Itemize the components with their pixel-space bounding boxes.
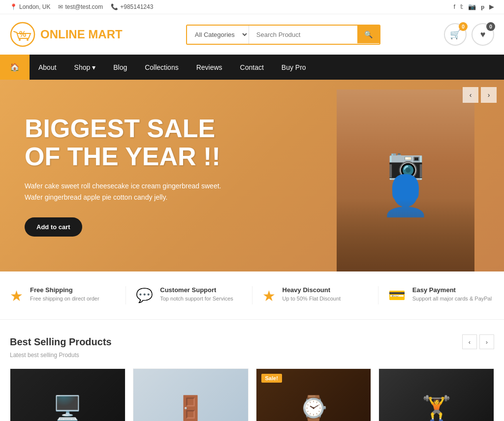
navbar: 🏠 About Shop ▾ Blog Collections Reviews …: [0, 55, 504, 80]
cart-button[interactable]: 🛒 0: [444, 23, 467, 46]
products-grid: Sale!: [10, 368, 494, 421]
products-subtitle: Latest best selling Produts: [10, 352, 494, 359]
discount-icon: ★: [262, 287, 276, 304]
svg-point-3: [27, 39, 29, 41]
feature-divider-2: [252, 286, 252, 304]
topbar: 📍 London, UK ✉ test@test.com 📞 +98514124…: [0, 0, 504, 14]
category-select[interactable]: All Categories Electronics Clothing Spor…: [187, 26, 249, 44]
wishlist-button[interactable]: ♥ 0: [472, 23, 494, 46]
wishlist-badge: 0: [486, 22, 495, 31]
nav-about[interactable]: About: [30, 56, 65, 79]
feature-easy-payment: 💳 Easy Payment Support all major cards &…: [388, 286, 494, 304]
product-card-4[interactable]: [378, 368, 494, 421]
header-icons: 🛒 0 ♥ 0: [444, 23, 494, 46]
product-card-3[interactable]: Sale!: [256, 368, 372, 421]
feature-heavy-discount: ★ Heavy Discount Up to 50% Flat Discount: [262, 286, 368, 304]
logo[interactable]: % ONLINE MART: [10, 22, 123, 47]
topbar-email: ✉ test@test.com: [58, 3, 103, 10]
support-icon: 💬: [136, 287, 153, 303]
nav-reviews[interactable]: Reviews: [188, 56, 231, 79]
feature-support-text: Customer Support Top notch support for S…: [160, 286, 233, 301]
feature-payment-text: Easy Payment Support all major cards & P…: [412, 286, 492, 301]
hero-content: BIGGEST SALE OF THE YEAR !! Wafer cake s…: [0, 95, 504, 256]
products-header: Best Selling Products ‹ ›: [10, 334, 494, 349]
product-card-2[interactable]: [133, 368, 249, 421]
topbar-social: f 𝕥 📷 𝐩 ▶: [453, 3, 494, 11]
svg-text:%: %: [19, 30, 26, 38]
products-next-button[interactable]: ›: [479, 334, 494, 349]
products-section: Best Selling Products ‹ › Latest best se…: [0, 320, 504, 421]
products-title: Best Selling Products: [10, 336, 112, 348]
header: % ONLINE MART All Categories Electronics…: [0, 14, 504, 55]
nav-collections[interactable]: Collections: [136, 56, 187, 79]
feature-customer-support: 💬 Customer Support Top notch support for…: [136, 286, 242, 304]
nav-home[interactable]: 🏠: [0, 55, 30, 80]
products-navigation: ‹ ›: [462, 334, 494, 349]
shipping-icon: ★: [10, 287, 23, 304]
product-card-1[interactable]: [10, 368, 126, 421]
nav-shop[interactable]: Shop ▾: [65, 56, 105, 79]
payment-icon: 💳: [388, 287, 406, 303]
phone-icon: 📞: [111, 3, 118, 10]
search-button[interactable]: 🔍: [357, 26, 379, 43]
search-input[interactable]: [249, 26, 357, 43]
features-section: ★ Free Shipping Free shipping on direct …: [0, 271, 504, 320]
logo-cart-icon: %: [10, 22, 35, 47]
products-prev-button[interactable]: ‹: [462, 334, 477, 349]
hero-subtitle: Wafer cake sweet roll cheesecake ice cre…: [25, 180, 231, 203]
product-image-1: [10, 369, 125, 421]
product-image-4: [379, 369, 494, 421]
topbar-phone: 📞 +985141243: [111, 3, 153, 10]
instagram-link[interactable]: 📷: [468, 3, 476, 11]
email-icon: ✉: [58, 3, 63, 10]
nav-contact[interactable]: Contact: [231, 56, 273, 79]
search-bar: All Categories Electronics Clothing Spor…: [186, 25, 380, 45]
pos-terminal-image: [10, 369, 125, 421]
product-image-3: Sale!: [256, 369, 371, 421]
feature-free-shipping: ★ Free Shipping Free shipping on direct …: [10, 286, 116, 304]
facebook-link[interactable]: f: [453, 3, 455, 11]
feature-discount-text: Heavy Discount Up to 50% Flat Discount: [283, 286, 341, 301]
weights-image: [379, 369, 494, 421]
product-image-2: [133, 369, 248, 421]
cart-badge: 0: [459, 22, 468, 31]
hero-cta-button[interactable]: Add to cart: [25, 217, 82, 237]
feature-divider-3: [378, 286, 378, 304]
pinterest-link[interactable]: 𝐩: [481, 3, 484, 11]
location-icon: 📍: [10, 3, 17, 10]
nav-blog[interactable]: Blog: [104, 56, 136, 79]
youtube-link[interactable]: ▶: [489, 3, 494, 11]
feature-divider-1: [126, 286, 126, 304]
door-image: [133, 369, 248, 421]
feature-shipping-text: Free Shipping Free shipping on direct or…: [30, 286, 99, 301]
topbar-location: 📍 London, UK: [10, 3, 50, 10]
twitter-link[interactable]: 𝕥: [460, 3, 463, 11]
svg-point-2: [19, 39, 21, 41]
topbar-contact-info: 📍 London, UK ✉ test@test.com 📞 +98514124…: [10, 3, 153, 10]
nav-buy-pro[interactable]: Buy Pro: [273, 56, 315, 79]
sale-badge: Sale!: [261, 374, 282, 383]
logo-text: ONLINE MART: [40, 28, 123, 41]
hero-title: BIGGEST SALE OF THE YEAR !!: [25, 115, 479, 171]
hero-banner: BIGGEST SALE OF THE YEAR !! Wafer cake s…: [0, 80, 504, 271]
